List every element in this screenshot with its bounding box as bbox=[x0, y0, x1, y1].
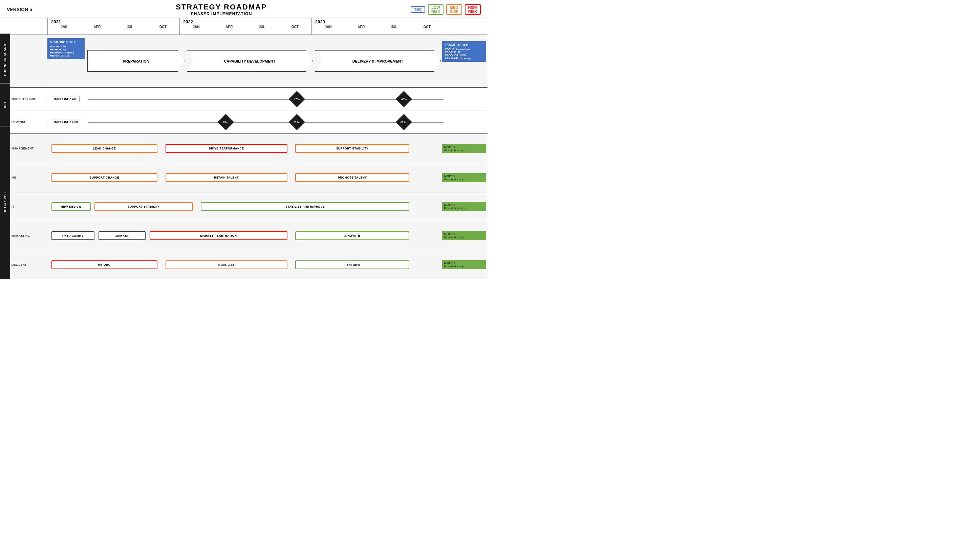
month-apr-2023: APR bbox=[345, 24, 378, 29]
initiatives-section: MANAGEMENT LEAD CHANGE DRIVE PERFORMANCE… bbox=[10, 134, 487, 279]
month-jul-2023: JUL bbox=[378, 24, 411, 29]
legend-low: LOWRISK bbox=[428, 4, 443, 15]
init-label-delivery: DELIVERY bbox=[10, 263, 47, 267]
month-apr-2021: APR bbox=[80, 24, 114, 29]
phase-arrow-delivery: DELIVERY & IMPROVEMENT bbox=[315, 50, 441, 72]
kpi-label-market-share: MARKET SHARE bbox=[10, 97, 47, 101]
legend: TBC LOWRISK MEDRISK HIGHRISK bbox=[411, 4, 481, 15]
business-content: STARTING STATE FOCUS: Old PEOPLE: 25 PRO… bbox=[47, 35, 441, 87]
kpi-diamond-market-40: 40% bbox=[398, 93, 410, 105]
target-state-revenue: REVENUE: Growing bbox=[445, 57, 483, 60]
section-label-business: BUSINESS CHANGE bbox=[0, 34, 10, 83]
kpi-row-revenue: REVENUE BASELINE : £3m £5m £10m bbox=[10, 111, 487, 133]
init-content-it: NEW DESIGN SUPPORT STABILITY STABILIZE A… bbox=[47, 192, 441, 221]
business-row-label bbox=[10, 35, 47, 87]
section-labels: BUSINESS CHANGE KPI INITIATIVES bbox=[0, 18, 10, 279]
kpi-line-revenue bbox=[88, 122, 443, 123]
kpi-line-market-share bbox=[88, 99, 443, 100]
legend-high: HIGHRISK bbox=[465, 4, 481, 15]
months-2023: JAN APR JUL OCT bbox=[312, 24, 443, 29]
notes-marketing-text: Be careful of x y z bbox=[444, 236, 484, 239]
month-jan-2022: JAN bbox=[180, 24, 212, 29]
notes-it: NOTES Be careful of x y z bbox=[442, 202, 486, 211]
bar-new-design: NEW DESIGN bbox=[52, 202, 91, 211]
notes-marketing: NOTES Be careful of x y z bbox=[442, 231, 486, 240]
kpi-diamond-market-20: 20% bbox=[291, 93, 303, 105]
kpi-diamond-revenue-10m-label: £10m bbox=[294, 120, 300, 123]
year-2023: 2023 JAN APR JUL OCT bbox=[311, 18, 443, 35]
starting-state-people: PEOPLE: 25 bbox=[50, 48, 82, 51]
month-oct-2022: OCT bbox=[279, 24, 311, 29]
timeline-years: 2021 JAN APR JUL OCT 2022 JAN APR JUL bbox=[47, 18, 443, 35]
notes-management-title: NOTES bbox=[444, 145, 484, 149]
bar-market: MARKET bbox=[99, 231, 145, 240]
bar-retain-talent: RETAIN TALENT bbox=[166, 173, 288, 182]
bar-promote-talent: PROMOTE TALENT bbox=[295, 173, 409, 182]
notes-management: NOTES Be careful of x y z bbox=[442, 144, 486, 153]
init-content-management: LEAD CHANGE DRIVE PERFORMANCE SUPPORT ST… bbox=[47, 134, 441, 163]
kpi-content-market-share: BASELINE : 4% 20% 40% bbox=[47, 88, 443, 111]
notes-hr-title: NOTES bbox=[444, 175, 484, 178]
year-2021: 2021 JAN APR JUL OCT bbox=[47, 18, 179, 35]
init-label-hr: HR bbox=[10, 176, 47, 179]
section-label-initiatives: INITIATIVES bbox=[0, 127, 10, 279]
starting-state-product: PRODUCT: Legacy bbox=[50, 51, 82, 54]
bar-reorg: RE-ORG bbox=[52, 260, 158, 269]
months-2021: JAN APR JUL OCT bbox=[48, 24, 179, 29]
notes-delivery-text: Be careful of x y z bbox=[444, 265, 484, 268]
starting-state-title: STARTING STATE bbox=[50, 40, 82, 43]
month-jan-2021: JAN bbox=[48, 24, 80, 29]
year-label-2023: 2023 bbox=[312, 18, 325, 24]
kpi-baseline-revenue: BASELINE : £3m bbox=[51, 119, 81, 125]
target-state-people: PEOPLE: 50 bbox=[445, 51, 483, 54]
notes-hr-text: Be careful of x y z bbox=[444, 178, 484, 181]
business-section: STARTING STATE FOCUS: Old PEOPLE: 25 PRO… bbox=[10, 35, 487, 87]
notes-marketing-title: NOTES bbox=[444, 232, 484, 236]
legend-tbc: TBC bbox=[411, 6, 425, 13]
bar-innovate: INNOVATE bbox=[295, 231, 409, 240]
init-content-hr: SUPPORT CHANGE RETAIN TALENT PROMOTE TAL… bbox=[47, 163, 441, 192]
header: VERSION 5 STRATEGY ROADMAP PHASED IMPLEM… bbox=[0, 0, 487, 18]
month-oct-2021: OCT bbox=[147, 24, 179, 29]
starting-state-revenue: REVENUE: Low bbox=[50, 54, 82, 57]
main-title: STRATEGY ROADMAP bbox=[176, 3, 267, 12]
kpi-diamond-revenue-15m-label: £15m bbox=[400, 120, 407, 123]
bar-lead-change: LEAD CHANGE bbox=[52, 144, 158, 153]
init-row-hr: HR SUPPORT CHANGE RETAIN TALENT PROMOTE … bbox=[10, 163, 487, 192]
phase-arrows: PREPARATION CAPABILITY DEVELOPMENT DELIV… bbox=[87, 50, 441, 72]
kpi-diamond-revenue-10m: £10m bbox=[291, 116, 303, 128]
kpi-label-revenue: REVENUE bbox=[10, 120, 47, 124]
kpi-diamond-market-20-label: 20% bbox=[294, 98, 299, 101]
timeline-header: 2021 JAN APR JUL OCT 2022 JAN APR JUL bbox=[10, 18, 487, 35]
year-label-2021: 2021 bbox=[48, 18, 61, 24]
bar-market-penetration: MARKET PENETRATION bbox=[150, 231, 288, 240]
notes-management-text: Be careful of x y z bbox=[444, 149, 484, 152]
init-label-management: MANAGEMENT bbox=[10, 147, 47, 150]
init-row-it: IT NEW DESIGN SUPPORT STABILITY STABILIZ… bbox=[10, 192, 487, 222]
month-jan-2023: JAN bbox=[312, 24, 345, 29]
notes-it-text: Be careful of x y z bbox=[444, 207, 484, 210]
bar-drive-performance: DRIVE PERFORMANCE bbox=[166, 144, 288, 153]
bar-stabilize-improve: STABILIZE AND IMPROVE bbox=[201, 202, 409, 211]
kpi-content-revenue: BASELINE : £3m £5m £10m £1 bbox=[47, 111, 443, 133]
sub-title: PHASED IMPLEMENTATION bbox=[176, 12, 267, 16]
init-row-marketing: MARKETING PREP COMMS MARKET MARKET PENET… bbox=[10, 221, 487, 250]
bar-support-stability-it: SUPPORT STABILITY bbox=[94, 202, 193, 211]
init-label-it: IT bbox=[10, 205, 47, 208]
section-label-kpi: KPI bbox=[0, 83, 10, 126]
init-content-delivery: RE-ORG STABILIZE PERFORM bbox=[47, 250, 441, 279]
init-row-delivery: DELIVERY RE-ORG STABILIZE PERFORM NOTES … bbox=[10, 250, 487, 279]
title-block: STRATEGY ROADMAP PHASED IMPLEMENTATION bbox=[176, 3, 267, 16]
kpi-section: MARKET SHARE BASELINE : 4% 20% 40% bbox=[10, 88, 487, 133]
row-label-spacer bbox=[10, 18, 47, 35]
bar-support-stability-mgmt: SUPPORT STABILITY bbox=[295, 144, 409, 153]
month-jul-2022: JUL bbox=[246, 24, 279, 29]
kpi-diamond-market-40-label: 40% bbox=[401, 98, 406, 101]
months-2022: JAN APR JUL OCT bbox=[180, 24, 311, 29]
kpi-diamond-revenue-15m: £15m bbox=[398, 116, 410, 128]
phase-arrow-preparation: PREPARATION bbox=[87, 50, 184, 72]
kpi-diamond-revenue-5m-label: £5m bbox=[223, 120, 228, 123]
bar-prep-comms: PREP COMMS bbox=[52, 231, 95, 240]
init-label-marketing: MARKETING bbox=[10, 234, 47, 237]
notes-delivery: NOTES Be careful of x y z bbox=[442, 260, 486, 269]
